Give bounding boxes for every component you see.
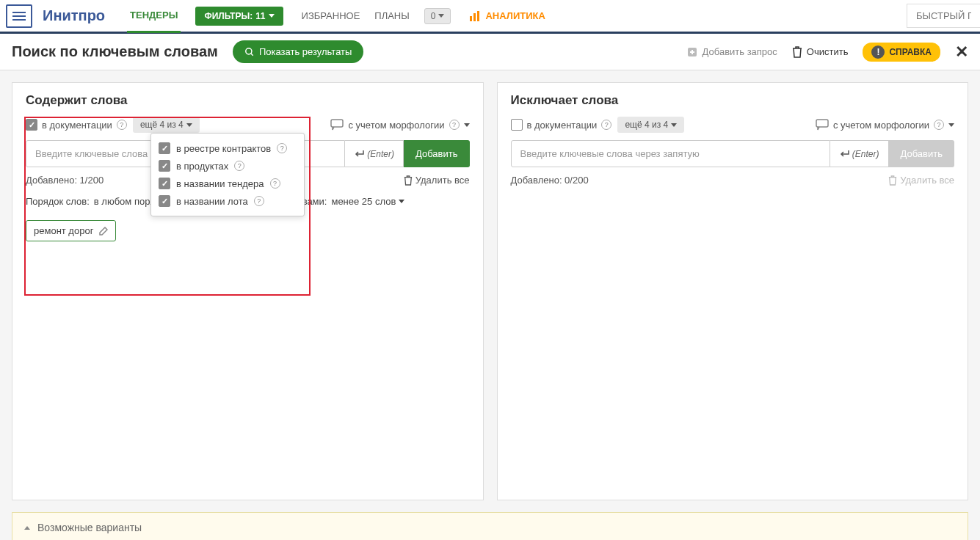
- hamburger-icon: [12, 12, 26, 21]
- option-contracts-registry[interactable]: в реестре контрактов ?: [157, 139, 298, 157]
- nav-favorites[interactable]: ИЗБРАННОЕ: [302, 10, 360, 21]
- checkbox-icon: [159, 178, 170, 189]
- comment-icon: [816, 119, 829, 131]
- checkbox-icon: [26, 119, 37, 131]
- svg-rect-2: [477, 11, 479, 21]
- added-counter: Добавлено: 0/200: [511, 175, 589, 186]
- panel-title: Содержит слова: [26, 93, 470, 108]
- page-header: Поиск по ключевым словам Показать резуль…: [0, 34, 980, 70]
- help-icon[interactable]: ?: [270, 178, 280, 189]
- svg-rect-9: [816, 120, 828, 127]
- nav-plans[interactable]: ПЛАНЫ: [374, 10, 409, 21]
- svg-line-4: [251, 53, 253, 55]
- svg-rect-8: [331, 120, 343, 127]
- distance-dropdown[interactable]: менее 25 слов: [331, 196, 404, 207]
- counter-row: Добавлено: 0/200 Удалить все: [511, 175, 955, 186]
- option-lot-name[interactable]: в названии лота ?: [157, 192, 298, 210]
- enter-icon: [354, 150, 364, 158]
- chevron-down-icon: [269, 14, 275, 18]
- info-icon: !: [871, 45, 885, 59]
- comment-icon: [330, 119, 344, 131]
- checkbox-icon: [159, 142, 170, 154]
- help-icon[interactable]: ?: [449, 120, 460, 130]
- in-docs-checkbox[interactable]: в документации ?: [26, 119, 127, 131]
- nav-analytics[interactable]: АНАЛИТИКА: [469, 10, 545, 22]
- more-options-badge[interactable]: ещё 4 из 4: [617, 117, 684, 133]
- page-title: Поиск по ключевым словам: [12, 43, 218, 60]
- add-keyword-button[interactable]: Добавить: [404, 140, 469, 167]
- nav-tenders[interactable]: ТЕНДЕРЫ: [127, 0, 181, 33]
- svg-rect-1: [473, 13, 476, 21]
- help-icon[interactable]: ?: [117, 120, 127, 130]
- chevron-down-icon: [948, 123, 954, 127]
- contains-words-panel: Содержит слова в документации ? ещё 4 из…: [12, 82, 484, 500]
- option-tender-name[interactable]: в названии тендера ?: [157, 175, 298, 192]
- option-products[interactable]: в продуктах ?: [157, 157, 298, 175]
- close-button[interactable]: ✕: [955, 43, 968, 62]
- checkbox-icon: [511, 119, 523, 131]
- search-icon: [244, 47, 255, 57]
- keyword-input-row: (Enter) Добавить: [511, 140, 955, 167]
- chevron-down-icon: [464, 123, 470, 127]
- help-icon[interactable]: ?: [234, 161, 244, 171]
- trash-icon: [888, 175, 897, 186]
- help-icon[interactable]: ?: [934, 120, 944, 130]
- more-options-dropdown: в реестре контрактов ? в продуктах ? в н…: [150, 133, 305, 216]
- morphology-toggle[interactable]: с учетом морфологии ?: [816, 119, 954, 131]
- chevron-up-icon: [24, 526, 30, 530]
- top-navigation: Инитпро ТЕНДЕРЫ ФИЛЬТРЫ: 11 ИЗБРАННОЕ ПЛ…: [0, 0, 980, 34]
- help-icon[interactable]: ?: [254, 196, 264, 206]
- plus-icon: [686, 46, 698, 58]
- enter-hint: (Enter): [345, 140, 404, 167]
- possible-variants-bar[interactable]: Возможные варианты: [12, 512, 968, 540]
- nav-filters[interactable]: ФИЛЬТРЫ: 11: [195, 7, 283, 26]
- add-query-button[interactable]: Добавить запрос: [686, 46, 777, 58]
- svg-rect-0: [470, 16, 472, 21]
- panel-options-row: в документации ? ещё 4 из 4 с учетом мор…: [26, 117, 470, 133]
- delete-all-button[interactable]: Удалить все: [888, 175, 954, 186]
- svg-point-3: [246, 48, 252, 54]
- trash-icon: [404, 175, 413, 186]
- trash-icon: [792, 46, 802, 58]
- keyword-tag[interactable]: ремонт дорог: [26, 220, 116, 241]
- morphology-toggle[interactable]: с учетом морфологии ?: [330, 119, 469, 131]
- content-area: Содержит слова в документации ? ещё 4 из…: [0, 70, 980, 512]
- excludes-words-panel: Исключает слова в документации ? ещё 4 и…: [497, 82, 969, 500]
- chevron-down-icon: [186, 123, 192, 127]
- chevron-down-icon: [438, 14, 444, 18]
- filters-label: ФИЛЬТРЫ:: [204, 11, 253, 21]
- filters-count: 11: [255, 11, 265, 21]
- panel-title: Исключает слова: [511, 93, 955, 108]
- header-actions: Добавить запрос Очистить ! СПРАВКА ✕: [686, 43, 968, 62]
- help-icon[interactable]: ?: [601, 120, 611, 130]
- bar-chart-icon: [469, 10, 481, 22]
- show-results-button[interactable]: Показать результаты: [233, 40, 363, 63]
- chevron-down-icon: [399, 200, 404, 203]
- clear-button[interactable]: Очистить: [792, 46, 849, 58]
- panel-options-row: в документации ? ещё 4 из 4 с учетом мор…: [511, 117, 955, 133]
- checkbox-icon: [159, 160, 170, 172]
- brand-logo[interactable]: Инитпро: [43, 7, 105, 24]
- checkbox-icon: [159, 195, 170, 207]
- more-options-badge[interactable]: ещё 4 из 4: [133, 117, 200, 133]
- in-docs-checkbox[interactable]: в документации ?: [511, 119, 612, 131]
- help-button[interactable]: ! СПРАВКА: [863, 43, 940, 62]
- menu-button[interactable]: [6, 4, 32, 28]
- nav-plans-count[interactable]: 0: [424, 8, 451, 24]
- add-keyword-button[interactable]: Добавить: [889, 140, 954, 167]
- pencil-icon: [99, 227, 108, 236]
- enter-hint: (Enter): [830, 140, 889, 167]
- keyword-input[interactable]: [511, 140, 830, 167]
- quick-search-input[interactable]: [907, 4, 980, 28]
- enter-icon: [839, 150, 849, 158]
- chevron-down-icon: [671, 123, 677, 127]
- help-icon[interactable]: ?: [277, 143, 287, 153]
- added-counter: Добавлено: 1/200: [26, 175, 104, 186]
- delete-all-button[interactable]: Удалить все: [404, 175, 470, 186]
